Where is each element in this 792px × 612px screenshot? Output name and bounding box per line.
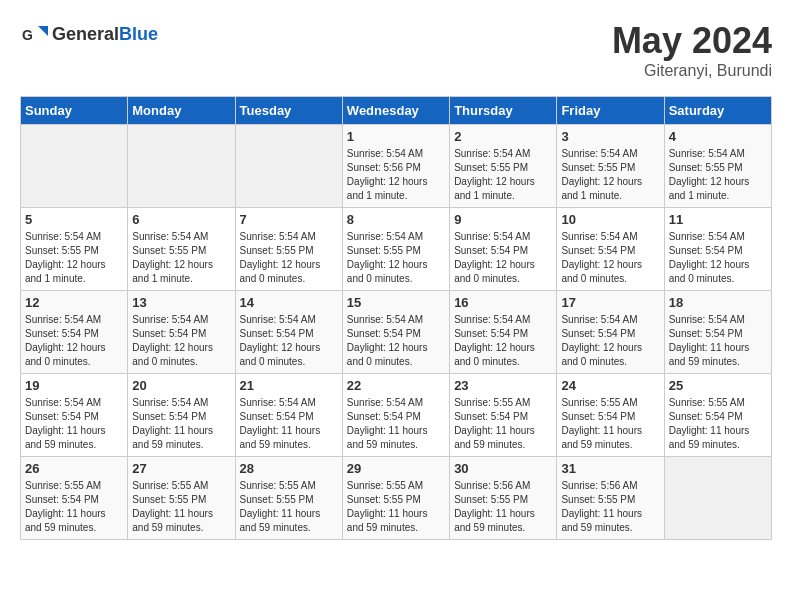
weekday-header-sunday: Sunday: [21, 97, 128, 125]
day-number: 25: [669, 378, 767, 393]
day-info: Sunrise: 5:55 AM Sunset: 5:55 PM Dayligh…: [240, 479, 338, 535]
day-cell: 21Sunrise: 5:54 AM Sunset: 5:54 PM Dayli…: [235, 374, 342, 457]
day-info: Sunrise: 5:56 AM Sunset: 5:55 PM Dayligh…: [454, 479, 552, 535]
day-cell: [235, 125, 342, 208]
day-info: Sunrise: 5:54 AM Sunset: 5:54 PM Dayligh…: [25, 396, 123, 452]
day-cell: 17Sunrise: 5:54 AM Sunset: 5:54 PM Dayli…: [557, 291, 664, 374]
weekday-header-wednesday: Wednesday: [342, 97, 449, 125]
day-cell: 12Sunrise: 5:54 AM Sunset: 5:54 PM Dayli…: [21, 291, 128, 374]
day-info: Sunrise: 5:55 AM Sunset: 5:55 PM Dayligh…: [132, 479, 230, 535]
day-number: 19: [25, 378, 123, 393]
weekday-header-row: SundayMondayTuesdayWednesdayThursdayFrid…: [21, 97, 772, 125]
day-cell: 20Sunrise: 5:54 AM Sunset: 5:54 PM Dayli…: [128, 374, 235, 457]
day-number: 13: [132, 295, 230, 310]
day-cell: 27Sunrise: 5:55 AM Sunset: 5:55 PM Dayli…: [128, 457, 235, 540]
svg-marker-1: [38, 26, 48, 36]
day-number: 9: [454, 212, 552, 227]
day-number: 20: [132, 378, 230, 393]
day-cell: 24Sunrise: 5:55 AM Sunset: 5:54 PM Dayli…: [557, 374, 664, 457]
day-number: 27: [132, 461, 230, 476]
day-number: 16: [454, 295, 552, 310]
day-cell: 13Sunrise: 5:54 AM Sunset: 5:54 PM Dayli…: [128, 291, 235, 374]
week-row-2: 5Sunrise: 5:54 AM Sunset: 5:55 PM Daylig…: [21, 208, 772, 291]
day-info: Sunrise: 5:55 AM Sunset: 5:54 PM Dayligh…: [669, 396, 767, 452]
day-cell: 9Sunrise: 5:54 AM Sunset: 5:54 PM Daylig…: [450, 208, 557, 291]
day-cell: 28Sunrise: 5:55 AM Sunset: 5:55 PM Dayli…: [235, 457, 342, 540]
calendar: SundayMondayTuesdayWednesdayThursdayFrid…: [20, 96, 772, 540]
day-number: 8: [347, 212, 445, 227]
day-info: Sunrise: 5:54 AM Sunset: 5:54 PM Dayligh…: [347, 313, 445, 369]
day-number: 22: [347, 378, 445, 393]
day-info: Sunrise: 5:54 AM Sunset: 5:54 PM Dayligh…: [240, 313, 338, 369]
day-cell: [664, 457, 771, 540]
weekday-header-saturday: Saturday: [664, 97, 771, 125]
day-cell: 6Sunrise: 5:54 AM Sunset: 5:55 PM Daylig…: [128, 208, 235, 291]
day-cell: [21, 125, 128, 208]
logo-blue-text: Blue: [119, 24, 158, 44]
day-cell: 1Sunrise: 5:54 AM Sunset: 5:56 PM Daylig…: [342, 125, 449, 208]
logo: G GeneralBlue: [20, 20, 158, 48]
day-info: Sunrise: 5:54 AM Sunset: 5:54 PM Dayligh…: [132, 396, 230, 452]
day-number: 6: [132, 212, 230, 227]
day-number: 15: [347, 295, 445, 310]
day-info: Sunrise: 5:54 AM Sunset: 5:56 PM Dayligh…: [347, 147, 445, 203]
day-info: Sunrise: 5:54 AM Sunset: 5:55 PM Dayligh…: [347, 230, 445, 286]
day-cell: 23Sunrise: 5:55 AM Sunset: 5:54 PM Dayli…: [450, 374, 557, 457]
day-cell: [128, 125, 235, 208]
day-number: 21: [240, 378, 338, 393]
logo-general-text: General: [52, 24, 119, 44]
day-cell: 22Sunrise: 5:54 AM Sunset: 5:54 PM Dayli…: [342, 374, 449, 457]
day-cell: 14Sunrise: 5:54 AM Sunset: 5:54 PM Dayli…: [235, 291, 342, 374]
day-info: Sunrise: 5:54 AM Sunset: 5:54 PM Dayligh…: [561, 313, 659, 369]
day-number: 28: [240, 461, 338, 476]
day-cell: 5Sunrise: 5:54 AM Sunset: 5:55 PM Daylig…: [21, 208, 128, 291]
day-cell: 4Sunrise: 5:54 AM Sunset: 5:55 PM Daylig…: [664, 125, 771, 208]
week-row-1: 1Sunrise: 5:54 AM Sunset: 5:56 PM Daylig…: [21, 125, 772, 208]
day-cell: 10Sunrise: 5:54 AM Sunset: 5:54 PM Dayli…: [557, 208, 664, 291]
day-info: Sunrise: 5:54 AM Sunset: 5:54 PM Dayligh…: [454, 313, 552, 369]
day-number: 24: [561, 378, 659, 393]
day-cell: 19Sunrise: 5:54 AM Sunset: 5:54 PM Dayli…: [21, 374, 128, 457]
month-title: May 2024: [612, 20, 772, 62]
day-number: 12: [25, 295, 123, 310]
day-number: 4: [669, 129, 767, 144]
day-info: Sunrise: 5:54 AM Sunset: 5:55 PM Dayligh…: [240, 230, 338, 286]
day-info: Sunrise: 5:55 AM Sunset: 5:54 PM Dayligh…: [561, 396, 659, 452]
day-number: 23: [454, 378, 552, 393]
day-info: Sunrise: 5:54 AM Sunset: 5:55 PM Dayligh…: [561, 147, 659, 203]
day-number: 3: [561, 129, 659, 144]
day-info: Sunrise: 5:54 AM Sunset: 5:54 PM Dayligh…: [561, 230, 659, 286]
day-number: 26: [25, 461, 123, 476]
svg-text:G: G: [22, 27, 33, 43]
day-info: Sunrise: 5:54 AM Sunset: 5:54 PM Dayligh…: [669, 230, 767, 286]
day-info: Sunrise: 5:55 AM Sunset: 5:55 PM Dayligh…: [347, 479, 445, 535]
week-row-3: 12Sunrise: 5:54 AM Sunset: 5:54 PM Dayli…: [21, 291, 772, 374]
header: G GeneralBlue May 2024 Giteranyi, Burund…: [20, 20, 772, 80]
day-cell: 7Sunrise: 5:54 AM Sunset: 5:55 PM Daylig…: [235, 208, 342, 291]
day-info: Sunrise: 5:54 AM Sunset: 5:54 PM Dayligh…: [25, 313, 123, 369]
day-number: 14: [240, 295, 338, 310]
day-info: Sunrise: 5:54 AM Sunset: 5:54 PM Dayligh…: [669, 313, 767, 369]
day-info: Sunrise: 5:54 AM Sunset: 5:55 PM Dayligh…: [132, 230, 230, 286]
day-number: 5: [25, 212, 123, 227]
day-info: Sunrise: 5:56 AM Sunset: 5:55 PM Dayligh…: [561, 479, 659, 535]
weekday-header-monday: Monday: [128, 97, 235, 125]
week-row-4: 19Sunrise: 5:54 AM Sunset: 5:54 PM Dayli…: [21, 374, 772, 457]
day-number: 7: [240, 212, 338, 227]
logo-icon: G: [20, 20, 48, 48]
day-number: 30: [454, 461, 552, 476]
day-cell: 18Sunrise: 5:54 AM Sunset: 5:54 PM Dayli…: [664, 291, 771, 374]
day-info: Sunrise: 5:55 AM Sunset: 5:54 PM Dayligh…: [25, 479, 123, 535]
day-cell: 16Sunrise: 5:54 AM Sunset: 5:54 PM Dayli…: [450, 291, 557, 374]
day-info: Sunrise: 5:54 AM Sunset: 5:54 PM Dayligh…: [240, 396, 338, 452]
day-cell: 30Sunrise: 5:56 AM Sunset: 5:55 PM Dayli…: [450, 457, 557, 540]
day-info: Sunrise: 5:54 AM Sunset: 5:54 PM Dayligh…: [347, 396, 445, 452]
title-area: May 2024 Giteranyi, Burundi: [612, 20, 772, 80]
weekday-header-friday: Friday: [557, 97, 664, 125]
day-info: Sunrise: 5:54 AM Sunset: 5:55 PM Dayligh…: [669, 147, 767, 203]
day-number: 10: [561, 212, 659, 227]
day-cell: 29Sunrise: 5:55 AM Sunset: 5:55 PM Dayli…: [342, 457, 449, 540]
day-info: Sunrise: 5:54 AM Sunset: 5:54 PM Dayligh…: [132, 313, 230, 369]
day-cell: 15Sunrise: 5:54 AM Sunset: 5:54 PM Dayli…: [342, 291, 449, 374]
day-number: 11: [669, 212, 767, 227]
